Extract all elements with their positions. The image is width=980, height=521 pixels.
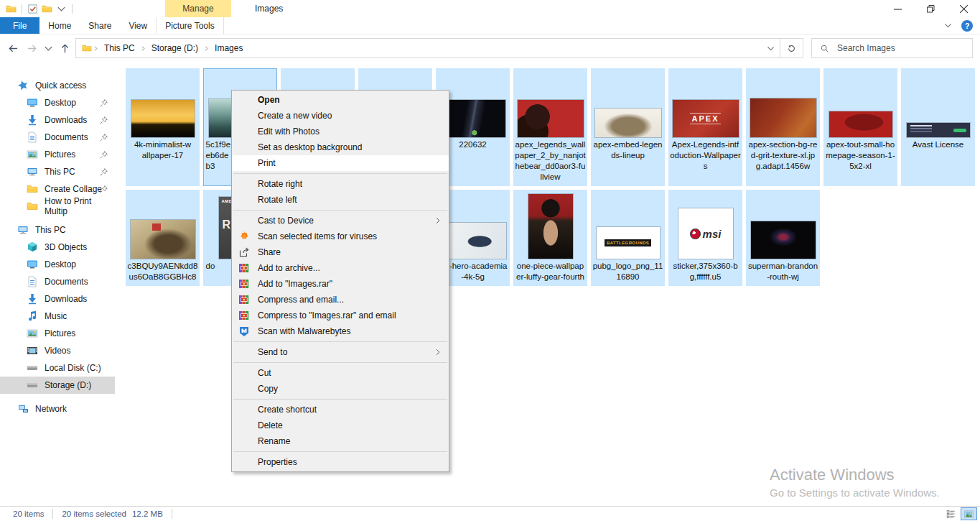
- sidebar-item-downloads[interactable]: Downloads: [0, 290, 115, 308]
- sidebar-item-label: Documents: [45, 277, 88, 287]
- search-input[interactable]: [836, 42, 964, 54]
- sidebar-item-desktop[interactable]: Desktop: [0, 256, 115, 273]
- status-divider: [172, 509, 172, 519]
- star-icon: [17, 80, 29, 91]
- sidebar-item-3d-objects[interactable]: 3D Objects: [0, 239, 115, 256]
- thumbnails-view-button[interactable]: [961, 507, 977, 520]
- address-bar[interactable]: This PCStorage (D:)Images: [75, 38, 780, 58]
- breadcrumb: This PCStorage (D:)Images: [93, 43, 248, 53]
- menu-item-scan-selected-items-for-viruses[interactable]: Scan selected items for viruses: [232, 229, 449, 244]
- sidebar-item-pictures[interactable]: Pictures: [0, 325, 115, 342]
- file-tile-apex-legends-wallpaper-2-by-nanjothebear-dd0aor3-fullview[interactable]: apex_legends_wallpaper_2_by_nanjothebear…: [513, 68, 587, 186]
- tab-file[interactable]: File: [0, 17, 39, 34]
- menu-item-share[interactable]: Share: [232, 244, 449, 260]
- file-tile-superman-brandon-routh-wj[interactable]: superman-brandon-routh-wj: [746, 190, 820, 286]
- file-name: apex_legends_wallpaper_2_by_nanjothebear…: [514, 137, 587, 185]
- sidebar-item-pictures[interactable]: Pictures: [0, 146, 115, 163]
- sidebar-item-documents[interactable]: Documents: [0, 129, 115, 146]
- file-tile-apex-legends-intfoduction-wallpapers[interactable]: APEXApex-Legends-intfoduction-Wallpapers: [668, 68, 742, 186]
- status-divider: [52, 509, 53, 519]
- file-tile-c3bquy9aenkdd8us6oab8ggbhc8[interactable]: c3BQUy9AENkdd8us6OaB8GGBHc8: [126, 190, 200, 286]
- menu-item-print[interactable]: Print: [232, 155, 449, 171]
- navigation-pane: Quick accessDesktopDownloadsDocumentsPic…: [0, 61, 115, 507]
- menu-item-scan-with-malwarebytes[interactable]: Scan with Malwarebytes: [232, 323, 449, 339]
- menu-item-delete[interactable]: Delete: [232, 418, 449, 433]
- sidebar-item-downloads[interactable]: Downloads: [0, 111, 115, 129]
- superman-thumbnail: [751, 221, 816, 259]
- menu-item-compress-and-email[interactable]: Compress and email...: [232, 292, 449, 308]
- menu-item-copy[interactable]: Copy: [232, 381, 449, 397]
- menu-item-create-shortcut[interactable]: Create shortcut: [232, 402, 449, 418]
- tab-share[interactable]: Share: [80, 17, 120, 34]
- file-tile-pubg-logo-png-1116890[interactable]: BATTLEGROUNDSpubg_logo_png_1116890: [591, 190, 665, 286]
- menu-item-cast-to-device[interactable]: Cast to Device: [232, 213, 449, 229]
- restore-button[interactable]: [914, 0, 947, 17]
- breadcrumb-item-storage-d[interactable]: Storage (D:): [146, 43, 203, 53]
- menu-item-rotate-left[interactable]: Rotate left: [232, 192, 449, 208]
- thumbnail-area: APEX: [669, 69, 742, 137]
- file-name: c3BQUy9AENkdd8us6OaB8GGBHc8: [126, 259, 199, 285]
- menu-item-add-to-images-rar[interactable]: Add to "Images.rar": [232, 276, 449, 292]
- status-bar: 20 items 20 items selected 12.2 MB: [0, 506, 980, 521]
- tab-home[interactable]: Home: [39, 17, 80, 34]
- disk-icon: [27, 362, 38, 374]
- sidebar-item-this-pc[interactable]: This PC: [0, 221, 115, 239]
- search-box[interactable]: [811, 38, 973, 58]
- breadcrumb-item-images[interactable]: Images: [210, 43, 248, 53]
- sidebar-item-quick-access[interactable]: Quick access: [0, 77, 115, 94]
- menu-item-compress-to-images-rar-and-email[interactable]: Compress to "Images.rar" and email: [232, 308, 449, 323]
- sidebar-item-this-pc[interactable]: This PC: [0, 163, 115, 180]
- up-icon: [60, 43, 70, 54]
- sidebar-item-storage-d[interactable]: Storage (D:): [0, 377, 115, 394]
- menu-item-properties[interactable]: Properties: [232, 454, 449, 470]
- file-tile-one-piece-wallpaper-luffy-gear-fourth[interactable]: one-piece-wallpaper-luffy-gear-fourth: [513, 190, 587, 286]
- menu-item-cut[interactable]: Cut: [232, 365, 449, 381]
- menu-item-set-as-desktop-background[interactable]: Set as desktop background: [232, 139, 449, 155]
- collapse-ribbon-icon[interactable]: [943, 21, 953, 30]
- thumbnail-area: [514, 69, 587, 137]
- menu-item-label: Print: [258, 158, 276, 168]
- forward-button[interactable]: [26, 42, 38, 55]
- file-tile-apex-tout-small-homepage-season-1-5x2-xl[interactable]: apex-tout-small-homepage-season-1-5x2-xl: [823, 68, 897, 186]
- menu-item-create-a-new-video[interactable]: Create a new video: [232, 108, 449, 124]
- sidebar-item-create-collage[interactable]: Create Collage: [0, 180, 115, 198]
- menu-item-label: Send to: [258, 347, 287, 357]
- minimize-button[interactable]: [881, 0, 914, 17]
- up-button[interactable]: [59, 42, 71, 55]
- help-button[interactable]: ?: [961, 20, 973, 32]
- file-tile-4k-minimalist-w[interactable]: 4k-minimalist-w allpaper-17: [126, 68, 200, 186]
- address-dropdown-button[interactable]: [761, 44, 780, 53]
- details-view-button[interactable]: [943, 507, 959, 520]
- tab-view[interactable]: View: [120, 17, 156, 34]
- navigation-buttons: [7, 42, 75, 55]
- thumbnail-area: [747, 190, 819, 259]
- sidebar-item-network[interactable]: Network: [0, 400, 115, 418]
- file-tile-avast-license[interactable]: Avast License: [901, 68, 975, 186]
- file-tile-sticker-375x360-bg-ffffff-u5[interactable]: msisticker,375x360-bg,ffffff.u5: [668, 190, 742, 286]
- file-tile-apex-section-bg-red-grit-texture-xl-jpg-adapt-1456w[interactable]: apex-section-bg-red-grit-texture-xl.jpg.…: [746, 68, 820, 186]
- sidebar-item-desktop[interactable]: Desktop: [0, 94, 115, 111]
- menu-item-add-to-archive[interactable]: Add to archive...: [232, 260, 449, 276]
- menu-item-rotate-right[interactable]: Rotate right: [232, 176, 449, 192]
- chevron-down-button[interactable]: [45, 42, 52, 55]
- file-tile-apex-embed-legends-lineup[interactable]: apex-embed-legends-lineup: [591, 68, 665, 186]
- sidebar-item-documents[interactable]: Documents: [0, 273, 115, 290]
- menu-item-send-to[interactable]: Send to: [232, 344, 449, 360]
- tab-picture-tools[interactable]: Picture Tools: [156, 17, 223, 34]
- sidebar-item-local-disk-c[interactable]: Local Disk (C:): [0, 359, 115, 377]
- menu-item-rename[interactable]: Rename: [232, 433, 449, 449]
- sidebar-item-how-to-print-multip[interactable]: How to Print Multip: [0, 198, 115, 215]
- menu-item-edit-with-photos[interactable]: Edit with Photos: [232, 124, 449, 139]
- chevron-down-icon: [56, 4, 67, 14]
- sidebar-item-videos[interactable]: Videos: [0, 342, 115, 359]
- manage-contextual-tab[interactable]: Manage: [165, 0, 231, 17]
- toolbar-separator: [72, 4, 73, 14]
- close-button[interactable]: [947, 0, 980, 17]
- menu-item-open[interactable]: Open: [232, 92, 449, 108]
- refresh-button[interactable]: [780, 38, 803, 58]
- sidebar-item-music[interactable]: Music: [0, 308, 115, 325]
- pin-icon: [99, 133, 108, 142]
- sidebar-item-label: Videos: [45, 346, 70, 356]
- breadcrumb-item-this-pc[interactable]: This PC: [99, 43, 140, 53]
- back-button[interactable]: [7, 42, 19, 55]
